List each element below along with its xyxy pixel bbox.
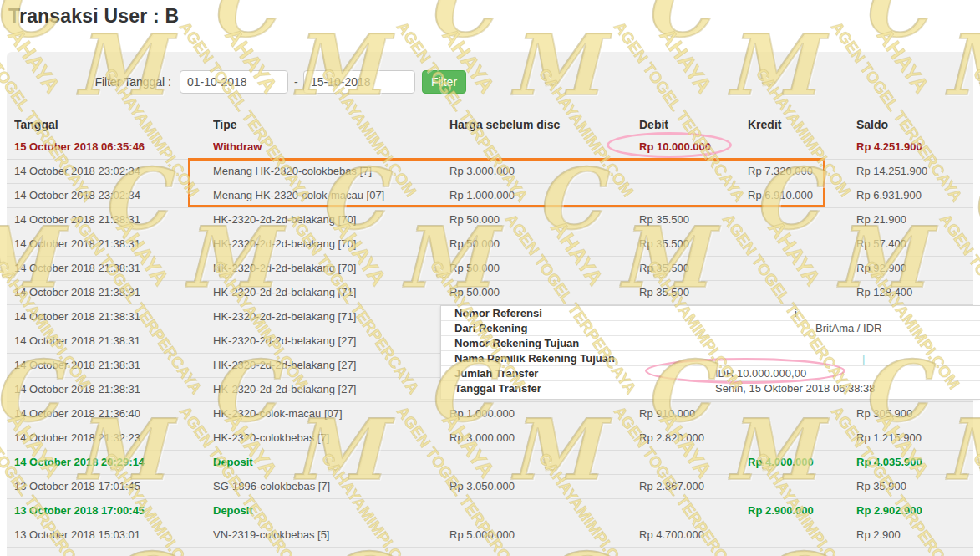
cell-tipe: HK-2320-2d-2d-belakang [71]: [213, 305, 449, 329]
cell-tipe: HK-2320-colokbebas [7]: [213, 426, 449, 450]
cell-tanggal: 14 October 2018 21:38:31: [14, 281, 213, 304]
cell-saldo: Rp 1.215.900: [856, 426, 973, 450]
table-row: 15 October 2018 06:35:46WithdrawRp 10.00…: [7, 135, 973, 160]
header-kredit: Kredit: [748, 118, 856, 135]
table-row: 14 October 2018 21:38:31HK-2320-2d-2d-be…: [7, 208, 973, 232]
cell-tanggal: 14 October 2018 21:38:31: [14, 257, 213, 280]
cell-harga: Rp 1.000.000: [449, 402, 639, 426]
cell-kredit: [748, 257, 856, 280]
popup-value-nama-pemilik: |: [862, 351, 865, 366]
cell-tipe: HK-2320-2d-2d-belakang [27]: [213, 378, 449, 401]
watermark-letter-c: C: [643, 0, 710, 48]
cell-saldo: Rp 6.931.900: [856, 184, 973, 207]
cell-tanggal: 14 October 2018 20:29:14: [14, 451, 213, 474]
highlight-rectangle: [188, 158, 825, 207]
header-harga: Harga sebelum disc: [449, 118, 639, 135]
cell-debit: Rp 35.500: [639, 208, 748, 232]
table-row: 14 October 2018 21:38:31HK-2320-2d-2d-be…: [7, 257, 973, 281]
table-row: 13 October 2018 15:03:01VN-2319-colokbeb…: [7, 523, 973, 548]
page-title: Transaksi User : B: [8, 5, 179, 28]
cell-saldo: Rp 128.400: [856, 281, 973, 304]
cell-debit: [639, 499, 748, 523]
table-row: 14 October 2018 21:38:31HK-2320-2d-2d-be…: [7, 232, 973, 257]
cell-tipe: SG-1896-colokbebas [7]: [213, 475, 449, 498]
cell-harga: Rp 50.000: [449, 208, 639, 232]
cell-harga: Rp 3.000.000: [449, 426, 639, 450]
popup-value-dari-rekening: BritAma / IDR: [815, 321, 881, 336]
popup-label-tanggal-transfer: Tanggal Transfer: [454, 381, 541, 396]
cell-kredit: [748, 281, 856, 304]
cell-kredit: [748, 523, 856, 547]
cell-tanggal: 15 October 2018 06:35:46: [14, 135, 213, 159]
cell-tanggal: 14 October 2018 23:02:34: [14, 160, 213, 183]
cell-kredit: [748, 426, 856, 450]
cell-kredit: [748, 135, 856, 159]
cell-tipe: HK-2320-colok-macau [07]: [213, 402, 449, 426]
cell-saldo: Rp 4.251.900: [856, 135, 973, 159]
cell-harga: [449, 499, 639, 523]
cell-saldo: Rp 2.900: [856, 523, 973, 547]
table-row: 14 October 2018 21:36:40HK-2320-colok-ma…: [7, 402, 973, 426]
cell-harga: Rp 3.050.000: [449, 475, 639, 498]
cell-debit: Rp 35.500: [639, 257, 748, 280]
circle-annotation-transfer: [645, 358, 845, 384]
cell-debit: Rp 2.867.000: [639, 475, 748, 498]
cell-tanggal: 14 October 2018 21:38:31: [14, 329, 213, 353]
popup-row: Tanggal Transfer Senin, 15 Oktober 2018 …: [441, 381, 980, 396]
date-range-separator: -: [294, 70, 298, 94]
table-row: 14 October 2018 21:38:31HK-2320-2d-2d-be…: [7, 281, 973, 305]
cell-debit: Rp 2.820.000: [639, 426, 748, 450]
cell-harga: Rp 50.000: [449, 257, 639, 280]
watermark-letter-c: C: [209, 0, 276, 48]
cell-tipe: HK-2320-2d-2d-belakang [70]: [213, 208, 449, 232]
popup-label-dari-rekening: Dari Rekening: [454, 321, 527, 336]
header-tipe: Tipe: [213, 118, 449, 135]
cell-tanggal: 14 October 2018 21:38:31: [14, 305, 213, 329]
cell-kredit: Rp 2.900.000: [748, 499, 856, 523]
cell-tipe: HK-2320-2d-2d-belakang [70]: [213, 257, 449, 280]
date-from-input[interactable]: [180, 70, 288, 94]
cell-tipe: HK-2320-2d-2d-belakang [27]: [213, 329, 449, 353]
cell-harga: Rp 50.000: [449, 232, 639, 256]
cell-tanggal: 13 October 2018 17:01:45: [14, 475, 213, 498]
cell-tanggal: 14 October 2018 21:38:31: [14, 354, 213, 377]
cell-saldo: Rp 21.900: [856, 208, 973, 232]
cell-kredit: [748, 208, 856, 232]
cell-harga: Rp 5.000.000: [449, 523, 639, 547]
cell-tipe: HK-2320-2d-2d-belakang [71]: [213, 281, 449, 304]
cell-tanggal: 14 October 2018 21:38:31: [14, 208, 213, 232]
cell-saldo: Rp 305.900: [856, 402, 973, 426]
cell-saldo: Rp 57.400: [856, 232, 973, 256]
cell-tanggal: 14 October 2018 21:38:31: [14, 378, 213, 401]
cell-kredit: [748, 232, 856, 256]
cell-harga: Rp 50.000: [449, 281, 639, 304]
table-row: 13 October 2018 17:01:45SG-1896-colokbeb…: [7, 475, 973, 499]
date-to-input[interactable]: [303, 70, 415, 94]
cell-kredit: Rp 4.000.000: [748, 451, 856, 474]
cell-kredit: [748, 402, 856, 426]
popup-row: Nomor Rekening Tujuan: [441, 336, 980, 351]
popup-label-jumlah-transfer: Jumlah Transfer: [454, 366, 538, 381]
popup-label-nomor-rekening-tujuan: Nomor Rekening Tujuan: [454, 336, 579, 351]
filter-date-label: Filter Tanggal :: [7, 70, 171, 94]
cell-tanggal: 14 October 2018 21:36:40: [14, 402, 213, 426]
cell-debit: Rp 35.500: [639, 281, 748, 304]
cell-debit: Rp 35.500: [639, 232, 748, 256]
cell-saldo: Rp 2.902.900: [856, 499, 973, 523]
popup-label-nomor-referensi: Nomor Referensi: [454, 306, 542, 321]
transactions-panel: Filter Tanggal : - Filter Tanggal Tipe H…: [7, 52, 973, 556]
popup-row: Nomor Referensi i: [441, 306, 980, 321]
cell-tanggal: 13 October 2018 15:03:01: [14, 523, 213, 547]
cell-tipe: Withdraw: [213, 135, 449, 159]
cell-tipe: VN-2319-colokbebas [5]: [213, 523, 449, 547]
title-divider: [0, 48, 980, 48]
table-row: 14 October 2018 20:29:14DepositRp 4.000.…: [7, 451, 973, 475]
table-row: 14 October 2018 21:32:23HK-2320-colokbeb…: [7, 426, 973, 451]
cell-harga: [449, 451, 639, 474]
filter-button[interactable]: Filter: [422, 70, 466, 94]
cell-tanggal: 14 October 2018 23:02:34: [14, 184, 213, 207]
cell-tipe: HK-2320-2d-2d-belakang [27]: [213, 354, 449, 377]
cell-tanggal: 14 October 2018 21:38:31: [14, 232, 213, 256]
transfer-detail-popup: Nomor Referensi i Dari Rekening BritAma …: [440, 305, 980, 400]
cell-saldo: Rp 92.900: [856, 257, 973, 280]
